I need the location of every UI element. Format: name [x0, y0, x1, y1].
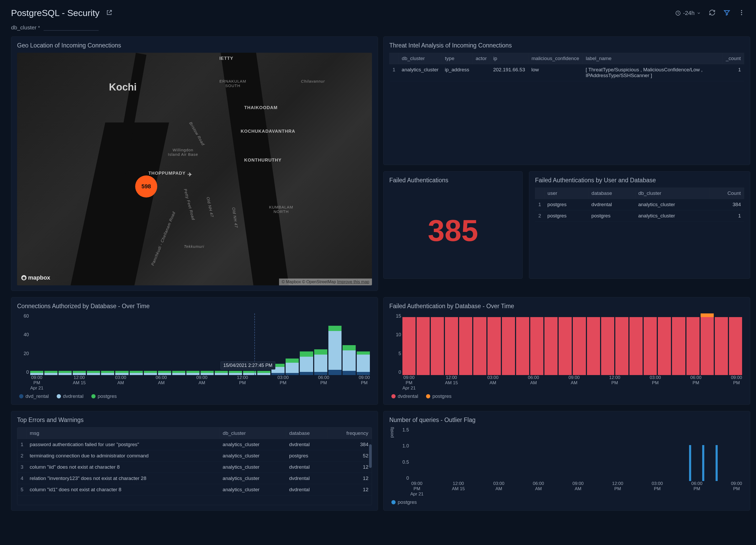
table-header[interactable]: db_cluster [398, 53, 442, 64]
table-header[interactable] [535, 188, 544, 199]
chart-bar[interactable] [573, 313, 586, 375]
chart-bar[interactable] [686, 313, 700, 375]
chart-bar[interactable] [343, 313, 356, 375]
chart-bar[interactable] [314, 313, 327, 375]
filter-label: db_cluster [11, 24, 36, 31]
table-header[interactable]: database [286, 428, 328, 439]
table-header[interactable]: type [442, 53, 473, 64]
chart-bar[interactable] [715, 313, 728, 375]
chart-bar[interactable] [658, 313, 671, 375]
chart-bar[interactable] [716, 445, 718, 481]
svg-point-2 [741, 12, 742, 13]
table-header[interactable]: malicious_confidence [528, 53, 582, 64]
table-header[interactable]: user [544, 188, 588, 199]
table-header[interactable]: msg [27, 428, 219, 439]
chart-bar[interactable] [672, 313, 685, 375]
chart-bar[interactable] [300, 313, 313, 375]
table-row[interactable]: 1password authentication failed for user… [18, 439, 372, 450]
chart-bar[interactable] [530, 313, 543, 375]
chart-bar[interactable] [417, 313, 430, 375]
table-row[interactable]: 4relation "inventory123" does not exist … [18, 473, 372, 484]
table-header[interactable] [390, 53, 399, 64]
chart-bar[interactable] [587, 313, 600, 375]
table-header[interactable]: label_name [582, 53, 723, 64]
chart-bar[interactable] [644, 313, 657, 375]
map-label: KONTHURUTHY [244, 158, 281, 163]
table-header[interactable]: _count [722, 53, 744, 64]
external-link-icon[interactable] [106, 9, 113, 17]
table-row[interactable]: 1analytics_clusterip_address202.191.66.5… [390, 64, 744, 81]
legend-item[interactable]: postgres [391, 499, 417, 505]
chart-bar[interactable] [402, 313, 416, 375]
chart-bar[interactable] [487, 313, 501, 375]
filter-icon[interactable] [723, 9, 730, 17]
chart-bar[interactable] [172, 313, 185, 375]
conn-auth-chart[interactable]: 6040200 15/04/2021 2:27:45 PM 09:00 PM A… [17, 313, 372, 391]
more-vertical-icon[interactable] [738, 9, 745, 17]
db-cluster-filter[interactable]: db_cluster * [11, 24, 745, 31]
refresh-icon[interactable] [709, 9, 716, 17]
improve-map-link[interactable]: Improve this map [337, 279, 369, 284]
chart-bar[interactable] [59, 313, 72, 375]
chart-bar[interactable] [101, 313, 114, 375]
map-label: ERNAKULAM SOUTH [219, 79, 246, 88]
legend-item[interactable]: postgres [91, 393, 117, 399]
chart-bar[interactable] [544, 313, 558, 375]
table-row[interactable]: 5column "id1" does not exist at characte… [18, 484, 372, 495]
table-row[interactable]: 1postgresdvdrentalanalytics_cluster384 [535, 199, 744, 210]
table-row[interactable]: 2postgrespostgresanalytics_cluster1 [535, 210, 744, 222]
chart-bar[interactable] [115, 313, 128, 375]
chart-bar[interactable] [601, 313, 614, 375]
table-row[interactable]: 3column "iid" does not exist at characte… [18, 462, 372, 473]
map[interactable]: Kochi IETTY ERNAKULAM SOUTH Chilavannur … [17, 53, 372, 285]
failed-db-chart[interactable]: 151050 09:00 PM Apr 2112:00 AM 1503:00 A… [389, 313, 744, 391]
chart-bar[interactable] [357, 313, 370, 375]
chart-bar[interactable] [516, 313, 529, 375]
outlier-chart[interactable]: postgres 1.51.00.50 09:00 PM Apr 2112:00… [389, 427, 744, 497]
chart-bar[interactable] [729, 313, 742, 375]
chart-bar[interactable] [44, 313, 57, 375]
map-label: Willingdon Island Air Base [168, 148, 198, 157]
chart-bar[interactable] [459, 313, 472, 375]
table-header[interactable]: db_cluster [219, 428, 286, 439]
chart-bar[interactable] [328, 313, 342, 375]
chart-bar[interactable] [689, 445, 691, 481]
chart-bar[interactable] [73, 313, 86, 375]
table-header[interactable]: db_cluster [635, 188, 710, 199]
table-header[interactable]: Count [710, 188, 744, 199]
chart-bar[interactable] [144, 313, 157, 375]
time-range-value: -24h [683, 10, 695, 17]
legend-item[interactable]: postgres [426, 393, 451, 399]
time-range-selector[interactable]: -24h [675, 10, 701, 17]
chart-bar[interactable] [286, 313, 299, 375]
table-row[interactable]: 2terminating connection due to administr… [18, 450, 372, 462]
chart-bar[interactable] [186, 313, 199, 375]
chart-bar[interactable] [431, 313, 444, 375]
legend-item[interactable]: dvd_rental [19, 393, 49, 399]
table-header[interactable] [18, 428, 27, 439]
legend-item[interactable]: dvdrental [391, 393, 418, 399]
table-header[interactable]: ip [490, 53, 528, 64]
chart-bar[interactable] [473, 313, 486, 375]
scrollbar-thumb[interactable] [369, 444, 372, 468]
chart-bar[interactable] [30, 313, 43, 375]
outlier-ylabel: postgres [389, 427, 395, 438]
threat-table: db_clustertypeactoripmalicious_confidenc… [389, 53, 744, 81]
chart-bar[interactable] [158, 313, 171, 375]
chart-bar[interactable] [502, 313, 515, 375]
filter-wildcard: * [38, 25, 40, 31]
table-header[interactable]: frequency [328, 428, 371, 439]
chart-bar[interactable] [559, 313, 572, 375]
chart-bar[interactable] [701, 313, 714, 375]
connection-bubble[interactable]: 598 [135, 176, 157, 198]
chart-bar[interactable] [629, 313, 643, 375]
chart-bar[interactable] [87, 313, 100, 375]
chart-bar[interactable] [201, 313, 214, 375]
chart-bar[interactable] [615, 313, 628, 375]
legend-item[interactable]: dvdrental [57, 393, 83, 399]
chart-bar[interactable] [130, 313, 143, 375]
table-header[interactable]: actor [472, 53, 490, 64]
chart-bar[interactable] [702, 445, 704, 481]
chart-bar[interactable] [445, 313, 458, 375]
table-header[interactable]: database [588, 188, 635, 199]
